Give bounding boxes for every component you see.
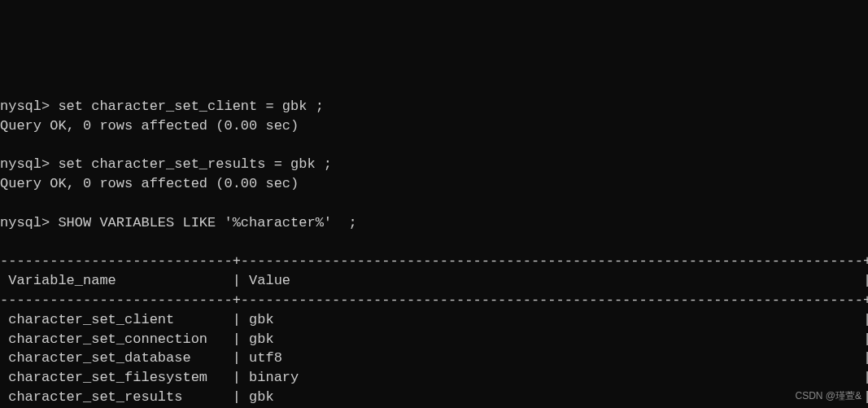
result-table: ----------------------------+-----------… [0, 252, 868, 408]
prompt-line: nysql> set character_set_client = gbk ; [0, 97, 868, 116]
table-row: character_set_filesystem | binary | [0, 368, 868, 388]
command-block: nysql> set character_set_client = gbk ;Q… [0, 97, 868, 233]
table-row: character_set_results | gbk | [0, 388, 868, 407]
result-line: Query OK, 0 rows affected (0.00 sec) [0, 116, 868, 136]
prompt-line: nysql> set character_set_results = gbk ; [0, 155, 868, 174]
table-border: ----------------------------+-----------… [0, 291, 868, 310]
terminal-output: nysql> set character_set_client = gbk ;Q… [0, 77, 868, 408]
blank-line [0, 136, 868, 156]
table-border: ----------------------------+-----------… [0, 252, 868, 271]
prompt-line: nysql> SHOW VARIABLES LIKE '%character%'… [0, 213, 868, 233]
blank-line [0, 194, 868, 213]
watermark: CSDN @瑾萱& [795, 389, 861, 403]
table-header: Variable_name | Value | [0, 271, 868, 291]
table-row: character_set_connection | gbk | [0, 330, 868, 349]
table-row: character_set_client | gbk | [0, 310, 868, 330]
result-line: Query OK, 0 rows affected (0.00 sec) [0, 174, 868, 194]
table-row: character_set_database | utf8 | [0, 349, 868, 368]
